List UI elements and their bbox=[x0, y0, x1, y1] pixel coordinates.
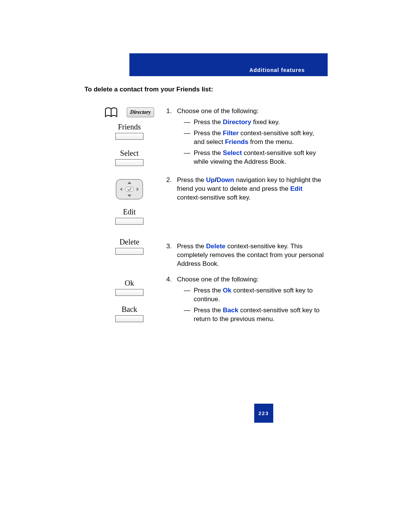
step1-bullet-c: — Press the Select context-sensitive sof… bbox=[184, 149, 325, 166]
step-2: 2. Press the Up/Down navigation key to h… bbox=[166, 176, 325, 202]
delete-softkey: Delete bbox=[113, 238, 145, 255]
content-area: Directory Friends Select 1. bbox=[97, 107, 325, 333]
directory-fixed-key: Directory bbox=[127, 107, 154, 117]
section-header-bar: Additional features bbox=[129, 53, 328, 76]
directory-row: Directory bbox=[97, 107, 162, 118]
page-number-box: 223 bbox=[254, 404, 273, 423]
keyword-filter: Filter bbox=[223, 129, 239, 137]
step1-bullet-a: — Press the Directory fixed key. bbox=[184, 118, 280, 127]
select-softkey: Select bbox=[113, 149, 145, 166]
keyword-directory: Directory bbox=[223, 118, 252, 126]
step4-lead: Choose one of the following: bbox=[177, 276, 259, 283]
text: fixed key. bbox=[251, 118, 280, 126]
step4-bullet-a: — Press the Ok context-sensitive soft ke… bbox=[184, 286, 325, 304]
text: Press the bbox=[194, 287, 223, 294]
step-1: 1. Choose one of the following: — Press … bbox=[166, 107, 325, 169]
book-icon bbox=[105, 107, 118, 118]
keyword-edit: Edit bbox=[290, 185, 303, 192]
text: Press the bbox=[194, 118, 223, 126]
text: Press the bbox=[194, 149, 223, 157]
page-heading: To delete a contact from your Friends li… bbox=[84, 86, 213, 93]
keyword-select: Select bbox=[223, 149, 242, 157]
text: Press the bbox=[194, 307, 223, 314]
keyword-ok: Ok bbox=[223, 287, 232, 294]
keyword-friends: Friends bbox=[225, 138, 248, 145]
step1-lead: Choose one of the following: bbox=[177, 107, 259, 115]
page-number: 223 bbox=[258, 411, 269, 416]
svg-rect-6 bbox=[125, 187, 134, 192]
step-number: 3. bbox=[166, 242, 177, 268]
softkey-button bbox=[115, 159, 143, 166]
step-number: 1. bbox=[166, 107, 177, 169]
softkey-button bbox=[115, 218, 143, 225]
friends-label: Friends bbox=[113, 123, 145, 131]
keyword-down: Down bbox=[217, 176, 234, 184]
ok-softkey: Ok bbox=[113, 279, 145, 296]
step-3: 3. Press the Delete context-sensitive ke… bbox=[166, 242, 325, 268]
ok-label: Ok bbox=[113, 279, 145, 288]
back-label: Back bbox=[113, 305, 145, 314]
directory-key-label: Directory bbox=[130, 109, 151, 115]
edit-softkey: Edit bbox=[113, 208, 145, 225]
friends-softkey: Friends bbox=[113, 123, 145, 140]
step4-bullet-b: — Press the Back context-sensitive soft … bbox=[184, 306, 325, 324]
softkey-button bbox=[115, 289, 143, 296]
back-softkey: Back bbox=[113, 305, 145, 322]
text: context-sensitive soft key. bbox=[177, 194, 250, 201]
keyword-back: Back bbox=[223, 307, 239, 314]
text: Press the bbox=[194, 129, 223, 137]
navigation-pad-icon bbox=[115, 178, 144, 201]
step-number: 4. bbox=[166, 275, 177, 326]
manual-page: Additional features To delete a contact … bbox=[0, 0, 411, 532]
softkey-button bbox=[115, 248, 143, 255]
text: Press the bbox=[177, 176, 206, 184]
keyword-up: Up bbox=[206, 176, 215, 184]
text: Press the bbox=[177, 243, 206, 250]
step1-bullet-b: — Press the Filter context-sensitive sof… bbox=[184, 129, 325, 147]
softkey-button bbox=[115, 133, 143, 140]
delete-label: Delete bbox=[113, 238, 145, 246]
softkey-button bbox=[115, 315, 143, 322]
steps-table: Directory Friends Select 1. bbox=[97, 107, 325, 333]
edit-label: Edit bbox=[113, 208, 145, 216]
text: from the menu. bbox=[249, 138, 294, 145]
step-number: 2. bbox=[166, 176, 177, 202]
keyword-delete: Delete bbox=[206, 243, 226, 250]
step-4: 4. Choose one of the following: — Press … bbox=[166, 275, 325, 326]
select-label: Select bbox=[113, 149, 145, 158]
section-title: Additional features bbox=[249, 67, 305, 73]
